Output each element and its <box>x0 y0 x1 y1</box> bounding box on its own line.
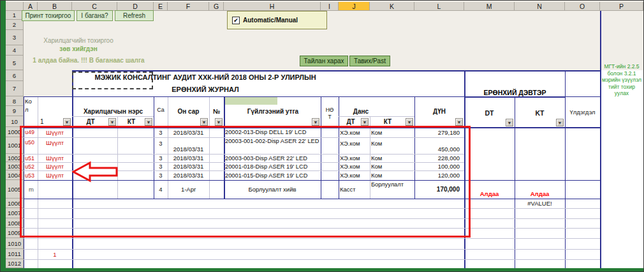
error-value-cell[interactable]: #VALUE! <box>515 199 565 208</box>
gridline <box>24 238 600 239</box>
filter-f-dropdown[interactable]: ▼ <box>200 118 208 126</box>
filter-m-dropdown[interactable]: ▼ <box>506 119 513 126</box>
header-kt-latin[interactable]: KT <box>515 107 565 119</box>
column-header-m[interactable]: M <box>464 2 515 11</box>
header-not-2[interactable]: Т <box>321 113 339 121</box>
column-header-e[interactable]: E <box>154 2 168 11</box>
column-header-g[interactable]: G <box>209 2 224 11</box>
automatic-manual-panel: ✔ Automatic/Manual <box>227 11 327 29</box>
summary-dt-status[interactable]: Алдаа <box>464 180 515 199</box>
header-dt-latin[interactable]: DT <box>464 107 515 119</box>
filter-n-dropdown[interactable]: ▼ <box>556 119 564 126</box>
summary-kt-status[interactable]: Алдаа <box>515 180 565 199</box>
header-code-2: л <box>25 105 38 114</box>
red-arrow-left-icon <box>72 161 118 183</box>
column-header-c[interactable]: C <box>72 2 117 11</box>
filter-k-dropdown[interactable]: ▼ <box>406 118 413 126</box>
automatic-manual-checkbox[interactable]: ✔ <box>232 17 240 24</box>
filter-d-dropdown[interactable]: ▼ <box>145 118 152 126</box>
column-header-h[interactable]: H <box>224 2 321 11</box>
refresh-button[interactable]: Refresh <box>115 10 154 21</box>
window-edge-bottom <box>1 268 644 272</box>
header-customer-name[interactable]: Харилцагчын нэрс <box>73 106 154 116</box>
paste-button[interactable]: Тавих/Past <box>349 56 390 66</box>
header-code-1: Ко <box>25 97 38 105</box>
status-line-1: Харилцагчийн тохиргоо <box>24 37 133 44</box>
header-account[interactable]: Данс <box>339 106 383 116</box>
row-header-2[interactable]: 2 <box>6 20 24 30</box>
column-header-n[interactable]: N <box>515 2 565 11</box>
journal-title-line1: МЭЖИК КОНСАЛТИНГ АУДИТ ХХК-НИЙ 2018 ОНЫ … <box>72 72 339 82</box>
automatic-manual-label: Automatic/Manual <box>243 17 298 24</box>
header-description[interactable]: Гүйлгээний утга <box>225 106 321 116</box>
filter-j-dropdown[interactable]: ▼ <box>361 118 369 126</box>
column-header-d[interactable]: D <box>117 2 154 11</box>
column-header-l[interactable]: L <box>414 2 464 11</box>
gridline <box>24 259 600 260</box>
side-note: МГТ-ийн 2.2.5 болон 3.2.1 мэрийн үзүүлэл… <box>601 63 643 97</box>
column-header-i[interactable]: I <box>321 2 339 11</box>
row-header-8[interactable]: 8 <box>6 96 24 106</box>
header-date[interactable]: Он сар <box>168 106 209 116</box>
filter-h-dropdown[interactable]: ▼ <box>312 118 319 126</box>
column-header-p[interactable]: P <box>600 2 643 11</box>
print-settings-button[interactable]: Принт тохиргоо <box>22 10 75 21</box>
filter-l-dropdown[interactable]: ▼ <box>455 118 463 126</box>
journal-title-line2: ЕРӨНХИЙ ЖУРНАЛ <box>72 84 339 94</box>
row-header-4[interactable]: 4 <box>6 45 24 56</box>
row-header-1011[interactable]: 1011 <box>6 249 24 259</box>
filter-g-dropdown[interactable]: ▼ <box>215 118 223 126</box>
column-header-j[interactable]: J <box>339 2 370 11</box>
filter-b-dropdown[interactable]: ▼ <box>63 118 71 126</box>
view-report-button[interactable]: Тайлан харах <box>300 56 348 66</box>
row-header-9[interactable]: 9 <box>6 106 24 116</box>
ledger-title: ЕРӨНХИЙ ДЭВТЭР <box>465 87 565 98</box>
column-header-k[interactable]: K <box>370 2 414 11</box>
header-balance[interactable]: Үлдэгдэл <box>565 96 600 127</box>
gridline <box>24 249 600 250</box>
column-header-a[interactable]: A <box>24 2 38 11</box>
header-amount[interactable]: ДҮН <box>414 106 464 116</box>
row-header-1012[interactable]: 1012 <box>6 259 24 268</box>
row-header-7[interactable]: 7 <box>6 81 24 96</box>
row-header-3[interactable]: 3 <box>6 30 24 45</box>
column-check-button[interactable]: I багана? <box>77 10 113 21</box>
header-sa[interactable]: Са <box>154 105 168 114</box>
red-flag-cell[interactable]: 1 <box>38 249 72 259</box>
status-line-2: зөв хийгдэн <box>24 45 133 52</box>
spreadsheet-window: A B C D E F G H I J K L M N O P 1 2 3 4 … <box>0 0 644 272</box>
select-all-corner[interactable] <box>6 2 24 11</box>
header-number[interactable]: № <box>209 106 224 116</box>
sheet-bg-left <box>24 70 72 96</box>
row-header-6[interactable]: 6 <box>6 70 24 81</box>
row-header-1010[interactable]: 1010 <box>6 238 24 249</box>
column-header-f[interactable]: F <box>168 2 209 11</box>
window-edge-left <box>1 1 6 272</box>
row-header-1[interactable]: 1 <box>6 11 24 20</box>
gridline <box>600 11 601 268</box>
column-header-o[interactable]: O <box>565 2 600 11</box>
filter-c-dropdown[interactable]: ▼ <box>108 118 116 126</box>
status-line-3: 1 алдаа байна. !!! В баганаас шалга <box>20 57 157 64</box>
highlight-cell[interactable] <box>225 97 277 105</box>
column-header-b[interactable]: B <box>38 2 72 11</box>
